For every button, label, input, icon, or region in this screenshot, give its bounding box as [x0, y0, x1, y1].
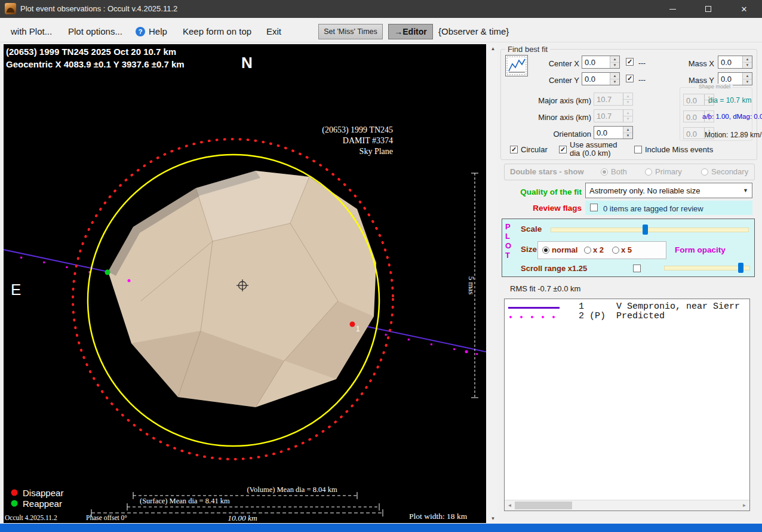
- include-miss-checkbox[interactable]: [634, 146, 642, 153]
- plot-letter-l: L: [505, 232, 510, 241]
- app-window: Plot event observations : Occult v.4.202…: [0, 0, 762, 532]
- predicted-dot: [128, 279, 131, 282]
- double-stars-secondary-label: Secondary: [711, 167, 748, 176]
- spin-up-icon[interactable]: [610, 56, 619, 63]
- minimize-button[interactable]: [655, 0, 690, 18]
- spin-down-icon[interactable]: [623, 133, 632, 139]
- mas-scale-label: 5 mas: [467, 276, 476, 295]
- vertical-scrollbar[interactable]: ▲ ▼: [488, 44, 497, 524]
- help-icon[interactable]: [136, 27, 145, 36]
- predicted-dot: [465, 350, 468, 353]
- review-flags-text: 0 items are tagged for review: [603, 204, 703, 213]
- east-label: E: [11, 281, 21, 299]
- spin-down-icon[interactable]: [743, 79, 752, 85]
- opacity-slider-thumb[interactable]: [738, 263, 743, 273]
- spin-down-icon[interactable]: [743, 63, 752, 69]
- quality-of-fit-label: Quality of the fit: [508, 187, 582, 196]
- scale-slider-label: Scale: [521, 225, 542, 233]
- spin-down-icon[interactable]: [610, 79, 619, 85]
- center-x-checkbox[interactable]: [626, 58, 634, 66]
- set-miss-times-button[interactable]: Set 'Miss' Times: [318, 24, 383, 39]
- run-fit-button[interactable]: [505, 55, 528, 76]
- spin-up-icon[interactable]: [743, 56, 752, 63]
- scale-slider-thumb[interactable]: [643, 225, 648, 235]
- close-button[interactable]: [726, 0, 762, 18]
- opacity-slider-track[interactable]: [664, 266, 750, 270]
- review-flags-checkbox[interactable]: [590, 204, 598, 211]
- reappear-legend-label: Reappear: [23, 499, 62, 509]
- object-name-label: (20653) 1999 TN245: [322, 125, 393, 135]
- menu-bar: with Plot... Plot options... Help Keep f…: [0, 18, 762, 42]
- editor-button[interactable]: →Editor: [388, 24, 433, 39]
- scroll-down-icon[interactable]: ▼: [488, 514, 497, 524]
- form-opacity-label: Form opacity: [675, 245, 726, 254]
- center-y-spinner[interactable]: 0.0: [582, 72, 620, 85]
- menu-keep-on-top[interactable]: Keep form on top: [183, 26, 251, 36]
- scroll-up-icon[interactable]: ▲: [488, 44, 497, 54]
- chord-number-label: 1: [356, 325, 360, 333]
- find-best-fit-label: Find best fit: [505, 45, 550, 54]
- size-x2-radio[interactable]: [584, 247, 591, 254]
- fit-chart-icon: [506, 56, 527, 76]
- center-y-checkbox[interactable]: [626, 75, 634, 82]
- scroll-right-icon[interactable]: ►: [739, 500, 749, 511]
- center-x-spinner[interactable]: 0.0: [582, 56, 620, 69]
- size-label: Size: [521, 245, 537, 254]
- close-icon: [741, 4, 748, 14]
- rms-fit-label: RMS fit -0.7 ±0.0 km: [510, 284, 580, 293]
- use-assumed-label-line2: dia (0.0 km): [570, 149, 617, 158]
- scroll-left-icon[interactable]: ◄: [505, 500, 515, 511]
- chord-listbox[interactable]: 1 V Sempronio, near Sierr 2 (P) Predicte…: [504, 299, 750, 511]
- chord-list-row[interactable]: 1 V Sempronio, near Sierr: [579, 302, 740, 312]
- menu-plot-options[interactable]: Plot options...: [68, 26, 122, 36]
- size-normal-radio[interactable]: [542, 247, 549, 254]
- double-stars-label: Double stars - show: [510, 167, 584, 176]
- spin-up-icon[interactable]: [623, 127, 632, 133]
- spin-up-icon[interactable]: [610, 73, 619, 79]
- bottom-horizontal-scrollbar[interactable]: [0, 524, 762, 532]
- menu-with-plot[interactable]: with Plot...: [11, 26, 52, 36]
- minimize-icon: [669, 9, 676, 10]
- double-stars-both-radio[interactable]: [601, 168, 608, 176]
- review-flags-label: Review flags: [508, 204, 582, 213]
- orientation-label: Orientation: [512, 130, 591, 139]
- reappear-event-dot[interactable]: [105, 270, 110, 275]
- double-stars-secondary-radio[interactable]: [701, 168, 708, 176]
- maximize-icon: [705, 6, 711, 12]
- circular-label: Circular: [521, 145, 548, 154]
- plot-letter-t: T: [505, 251, 510, 260]
- quality-dropdown[interactable]: Astrometry only. No reliable size: [585, 183, 752, 198]
- size-x5-radio[interactable]: [612, 247, 619, 254]
- double-stars-primary-radio[interactable]: [645, 168, 652, 176]
- center-y-dash-label: ---: [638, 76, 646, 84]
- menu-help[interactable]: Help: [149, 26, 167, 36]
- scroll-range-checkbox[interactable]: [633, 265, 641, 272]
- chord-list-row[interactable]: 2 (P) Predicted: [579, 311, 665, 321]
- mass-x-label: Mass X: [676, 59, 714, 68]
- disappear-event-dot[interactable]: [350, 322, 355, 327]
- disappear-legend-dot: [11, 490, 18, 496]
- scale-slider-track[interactable]: [551, 227, 749, 232]
- plot-canvas[interactable]: 1 (20653) 1999 TN245 2025 Oct 20 10.7 km…: [4, 44, 486, 523]
- mass-x-spinner[interactable]: 0.0: [718, 56, 752, 69]
- orientation-spinner[interactable]: 0.0: [594, 126, 633, 139]
- chord-list-hscrollbar[interactable]: ◄ ►: [505, 500, 749, 511]
- circular-checkbox[interactable]: [510, 146, 518, 153]
- major-axis-label: Major axis (km): [512, 96, 591, 105]
- double-stars-both-label: Both: [611, 167, 627, 176]
- occult-version-label: Occult 4.2025.11.2: [5, 514, 57, 521]
- title-bar: Plot event observations : Occult v.4.202…: [0, 0, 762, 18]
- plot-letter-o: O: [505, 241, 511, 250]
- center-x-label: Center X: [536, 59, 579, 68]
- volume-dia-label: (Volume) Mean dia = 8.04 km: [247, 485, 337, 494]
- observer-time-label: {Observer & time}: [438, 26, 509, 36]
- spin-down-icon[interactable]: [610, 63, 619, 69]
- hscroll-thumb[interactable]: [515, 502, 572, 509]
- center-y-label: Center Y: [536, 76, 579, 85]
- center-x-dash-label: ---: [638, 59, 646, 67]
- maximize-button[interactable]: [690, 0, 726, 18]
- motion-info-label: Motion: 12.89 km/s: [705, 131, 762, 139]
- menu-exit[interactable]: Exit: [266, 26, 281, 36]
- use-assumed-dia-checkbox[interactable]: [559, 146, 567, 153]
- spin-up-icon[interactable]: [743, 73, 752, 79]
